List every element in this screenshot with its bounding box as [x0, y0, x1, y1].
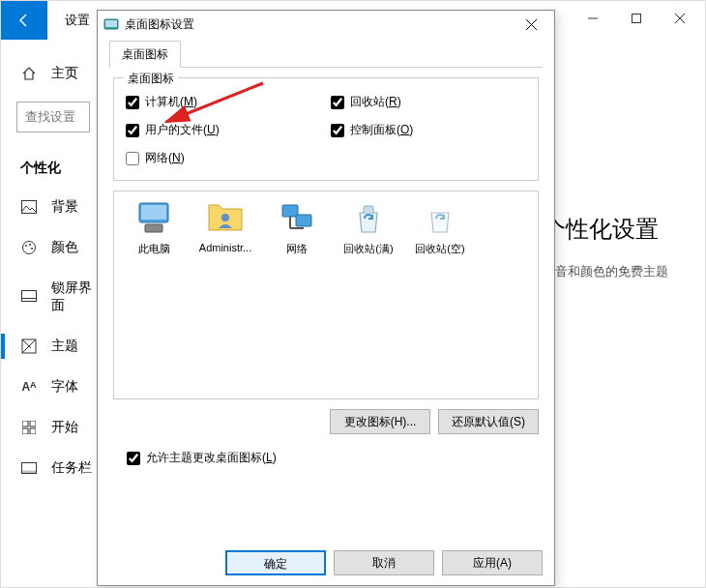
window-controls — [571, 5, 701, 32]
checkbox-computer-input[interactable] — [126, 96, 139, 109]
svg-rect-27 — [296, 215, 311, 226]
svg-point-7 — [29, 244, 31, 246]
dialog-footer-buttons: 确定 取消 应用(A) — [225, 550, 543, 575]
checkbox-control-panel[interactable]: 控制面板(O) — [331, 122, 526, 138]
arrow-left-icon — [16, 13, 32, 28]
icon-user-folder[interactable]: Administr... — [191, 199, 259, 256]
icon-recycle-empty[interactable]: 回收站(空) — [406, 199, 474, 256]
icon-preview-pane[interactable]: 此电脑 Administr... 网络 回收站(满) 回收站(空) — [113, 191, 539, 399]
settings-sidebar: 主页 查找设置 个性化 背景 颜色 锁屏界面 主题 AA 字体 开始 — [1, 47, 103, 498]
maximize-button[interactable] — [614, 5, 658, 32]
svg-rect-10 — [21, 299, 36, 302]
sidebar-item-background[interactable]: 背景 — [1, 187, 103, 227]
svg-point-6 — [25, 245, 27, 247]
checkbox-recycle-bin-input[interactable] — [331, 96, 344, 109]
sidebar-item-label: 任务栏 — [51, 459, 92, 477]
dialog-icon — [103, 16, 119, 32]
svg-point-25 — [221, 214, 229, 221]
close-button[interactable] — [658, 5, 701, 32]
search-input[interactable]: 查找设置 — [16, 102, 90, 132]
recycle-empty-icon — [421, 199, 459, 238]
sidebar-item-start[interactable]: 开始 — [1, 407, 103, 448]
icon-network[interactable]: 网络 — [263, 199, 331, 256]
icon-label: 回收站(空) — [407, 242, 473, 256]
dialog-titlebar: 桌面图标设置 — [98, 11, 554, 38]
icon-label: 此电脑 — [121, 242, 187, 256]
content-subtext: 声音和颜色的免费主题 — [543, 262, 668, 282]
checkbox-user-files[interactable]: 用户的文件(U) — [126, 122, 321, 138]
apply-button[interactable]: 应用(A) — [442, 550, 543, 575]
cancel-button[interactable]: 取消 — [334, 550, 434, 575]
dialog-body: 桌面图标 桌面图标 计算机(M) 回收站(R) 用户的文件(U) — [98, 38, 554, 476]
checkbox-control-panel-input[interactable] — [331, 124, 344, 137]
svg-rect-26 — [282, 205, 298, 217]
sidebar-item-label: 背景 — [51, 198, 78, 216]
settings-title: 设置 — [47, 12, 90, 29]
change-icon-button[interactable]: 更改图标(H)... — [330, 409, 430, 434]
sidebar-item-fonts[interactable]: AA 字体 — [1, 367, 103, 407]
picture-icon — [20, 200, 38, 214]
folder-user-icon — [206, 199, 245, 238]
checkbox-network[interactable]: 网络(N) — [126, 150, 321, 166]
checkbox-computer[interactable]: 计算机(M) — [126, 94, 321, 110]
sidebar-item-lockscreen[interactable]: 锁屏界面 — [1, 268, 103, 326]
icon-label: Administr... — [192, 242, 258, 253]
palette-icon — [20, 240, 38, 255]
svg-rect-19 — [105, 20, 117, 27]
icon-label: 回收站(满) — [336, 242, 401, 256]
dialog-tabs: 桌面图标 — [109, 40, 543, 68]
sidebar-section: 个性化 — [1, 144, 103, 187]
svg-point-5 — [23, 242, 36, 254]
checkbox-network-input[interactable] — [126, 152, 139, 165]
icon-label: 网络 — [264, 242, 330, 256]
lockscreen-icon — [20, 290, 38, 304]
minimize-button[interactable] — [571, 5, 614, 32]
restore-defaults-button[interactable]: 还原默认值(S) — [438, 409, 539, 434]
font-icon: AA — [20, 380, 38, 394]
ok-button[interactable]: 确定 — [225, 550, 326, 575]
sidebar-item-label: 主题 — [51, 338, 78, 355]
theme-icon — [20, 338, 38, 354]
back-button[interactable] — [1, 1, 47, 40]
home-icon — [20, 66, 38, 81]
svg-rect-24 — [145, 224, 162, 232]
sidebar-item-label: 开始 — [51, 419, 78, 436]
icon-recycle-full[interactable]: 回收站(满) — [335, 199, 402, 256]
sidebar-item-colors[interactable]: 颜色 — [1, 227, 103, 268]
desktop-icon-settings-dialog: 桌面图标设置 桌面图标 桌面图标 计算机(M) 回收站(R) 用户 — [97, 10, 555, 586]
checkbox-allow-theme[interactable]: 允许主题更改桌面图标(L) — [127, 450, 543, 466]
sidebar-item-label: 颜色 — [51, 239, 78, 256]
icon-buttons-row: 更改图标(H)... 还原默认值(S) — [113, 409, 539, 434]
sidebar-item-label: 字体 — [51, 378, 78, 396]
computer-icon — [134, 199, 173, 238]
start-icon — [20, 421, 38, 434]
svg-rect-17 — [22, 471, 37, 474]
checkbox-user-files-input[interactable] — [126, 124, 139, 137]
group-desktop-icons: 桌面图标 计算机(M) 回收站(R) 用户的文件(U) 控制面板(O) — [113, 77, 539, 181]
dialog-title: 桌面图标设置 — [125, 16, 514, 33]
maximize-icon — [632, 14, 641, 23]
svg-rect-4 — [22, 201, 37, 214]
svg-rect-9 — [21, 291, 36, 302]
network-icon — [278, 199, 316, 238]
sidebar-home[interactable]: 主页 — [1, 57, 103, 90]
dialog-close-button[interactable] — [514, 13, 548, 36]
sidebar-item-themes[interactable]: 主题 — [1, 326, 103, 367]
svg-point-8 — [31, 248, 33, 250]
sidebar-item-label: 锁屏界面 — [51, 279, 103, 314]
icon-this-pc[interactable]: 此电脑 — [120, 199, 188, 256]
sidebar-item-taskbar[interactable]: 任务栏 — [1, 448, 103, 488]
close-icon — [675, 14, 685, 23]
checkbox-recycle-bin[interactable]: 回收站(R) — [331, 94, 526, 110]
taskbar-icon — [20, 462, 38, 474]
svg-rect-15 — [30, 428, 36, 434]
checkbox-allow-theme-input[interactable] — [127, 452, 140, 465]
tab-desktop-icons[interactable]: 桌面图标 — [109, 41, 181, 68]
svg-rect-23 — [141, 205, 166, 220]
group-title: 桌面图标 — [124, 71, 178, 87]
svg-rect-13 — [30, 421, 36, 426]
content-heading: 个性化设置 — [543, 214, 668, 245]
svg-rect-14 — [22, 428, 28, 434]
settings-content: 个性化设置 声音和颜色的免费主题 — [543, 214, 668, 282]
recycle-full-icon — [349, 199, 388, 238]
